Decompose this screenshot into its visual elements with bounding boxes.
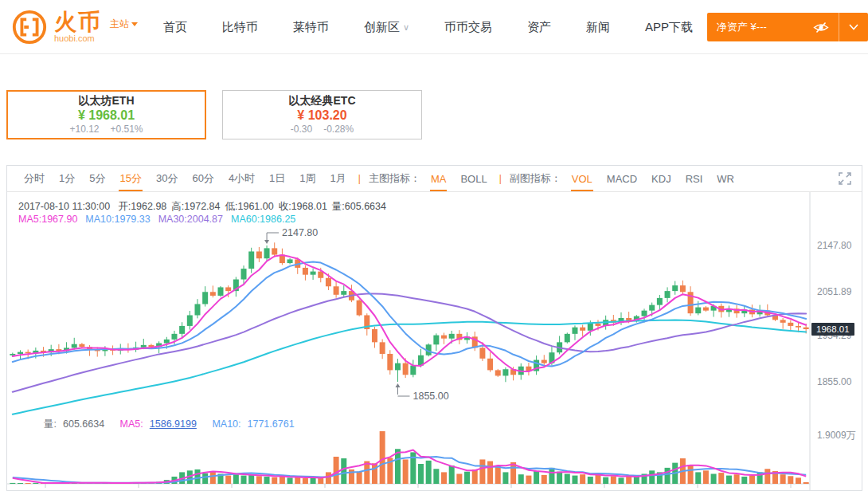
candle-body	[695, 308, 701, 314]
volume-value: 量:605.6634	[44, 418, 111, 430]
caret-down-icon	[131, 22, 138, 26]
net-asset-button[interactable]: 净资产 ¥---	[707, 13, 868, 41]
candle-body	[187, 315, 193, 325]
volume-bar	[726, 476, 732, 484]
nav-item-新闻[interactable]: 新闻	[586, 20, 610, 35]
candle-datetime: 2017-08-10 11:30:00	[18, 201, 110, 212]
volume-bar	[272, 477, 277, 484]
ticker-title: 以太经典ETC	[289, 94, 356, 108]
timeframe-30分[interactable]: 30分	[149, 166, 185, 191]
volume-bar	[557, 472, 562, 484]
timeframe-5分[interactable]: 5分	[82, 166, 112, 191]
timeframe-1周[interactable]: 1周	[292, 166, 323, 191]
volume-bar	[464, 472, 470, 484]
candle-body	[642, 311, 647, 316]
brand-domain: huobi.com	[54, 33, 102, 44]
candle-body	[649, 305, 655, 311]
timeframe-1分[interactable]: 1分	[52, 166, 82, 191]
candlestick-chart[interactable]: 2147.801855.00	[7, 192, 862, 490]
timeframe-分时[interactable]: 分时	[17, 166, 52, 191]
sub-indicator-VOL[interactable]: VOL	[565, 166, 600, 191]
annotation-high-label: 2147.80	[282, 227, 318, 238]
sub-indicator-KDJ[interactable]: KDJ	[644, 166, 678, 191]
ticker-card-eth[interactable]: 以太坊ETH ¥ 1968.01 +10.12 +0.51%	[6, 90, 206, 139]
volume-bar	[441, 472, 447, 484]
timeframe-60分[interactable]: 60分	[185, 166, 221, 191]
volume-bar	[287, 477, 293, 484]
ohlc-field: 收:1968.01	[279, 201, 327, 212]
annotation-arrow-head	[264, 240, 269, 244]
volume-ma5: MA5:1586.9199	[120, 418, 203, 430]
nav-item-创新区[interactable]: 创新区∨	[364, 20, 409, 35]
candle-body	[588, 324, 593, 331]
nav-item-比特币[interactable]: 比特币	[222, 20, 258, 35]
main-indicator-MA[interactable]: MA	[424, 166, 454, 191]
timeframe-15分[interactable]: 15分	[112, 166, 148, 191]
ticker-price: ¥ 1968.01	[78, 108, 135, 124]
fullscreen-button[interactable]	[838, 171, 852, 188]
volume-bar	[334, 457, 339, 484]
price-axis: 2147.802051.891954.291855.001.9009万1968.…	[810, 192, 862, 490]
last-price-tag: 1968.01	[811, 323, 854, 336]
ma-line-5	[13, 255, 806, 371]
nav-item-资产[interactable]: 资产	[527, 20, 551, 35]
annotation-low-label: 1855.00	[412, 391, 448, 402]
candle-body	[311, 272, 316, 275]
candle-body	[703, 308, 709, 311]
sub-indicator-label: 副图指标：	[506, 166, 565, 191]
volume-ma10: MA10:1771.6761	[212, 418, 300, 430]
ticker-card-etc[interactable]: 以太经典ETC ¥ 103.20 -0.30 -0.28%	[222, 90, 422, 139]
nav-item-APP下载[interactable]: APP下载	[645, 20, 693, 35]
volume-bar	[803, 482, 809, 484]
site-switch-label: 主站	[110, 18, 129, 31]
candle-body	[580, 328, 585, 331]
candle-body	[410, 366, 416, 375]
toolbar-divider: |	[495, 166, 506, 191]
site-switcher[interactable]: 主站	[110, 18, 138, 31]
candle-body	[595, 324, 600, 326]
timeframe-1日[interactable]: 1日	[262, 166, 292, 191]
price-axis-label: 2051.89	[817, 286, 851, 297]
timeframe-1月[interactable]: 1月	[323, 166, 354, 191]
nav-item-币币交易[interactable]: 币币交易	[444, 20, 492, 35]
candle-body	[433, 336, 439, 345]
chart-body[interactable]: 2147.801855.00 2017-08-10 11:30:00开:1962…	[7, 192, 862, 490]
sub-indicator-MACD[interactable]: MACD	[600, 166, 644, 191]
nav-item-首页[interactable]: 首页	[163, 20, 187, 35]
candle-body	[380, 342, 385, 354]
net-asset-main[interactable]: 净资产 ¥---	[707, 13, 839, 41]
volume-bar	[380, 431, 385, 484]
volume-bar	[695, 472, 701, 484]
candle-body	[502, 369, 508, 375]
nav-item-莱特币[interactable]: 莱特币	[293, 20, 329, 35]
candle-body	[264, 248, 270, 258]
volume-bar	[542, 475, 547, 484]
ticker-price: ¥ 103.20	[297, 108, 346, 124]
volume-bar	[10, 483, 15, 484]
volume-bar	[734, 474, 740, 484]
volume-bar	[248, 475, 254, 484]
main-indicator-BOLL[interactable]: BOLL	[453, 166, 494, 191]
candle-body	[780, 320, 786, 323]
eye-hidden-icon[interactable]	[813, 22, 829, 33]
volume-bar	[572, 476, 577, 484]
volume-bar	[611, 476, 616, 484]
price-axis-label: 1855.00	[817, 376, 851, 387]
ma-value: MA30:2004.87	[158, 214, 223, 225]
volume-bar	[326, 472, 331, 484]
volume-bar	[703, 470, 709, 484]
candle-body	[334, 286, 339, 295]
volume-bar	[433, 469, 439, 484]
ohlc-field: 低:1961.00	[225, 201, 274, 212]
sub-indicator-RSI[interactable]: RSI	[678, 166, 710, 191]
candle-body	[372, 329, 377, 342]
volume-bar	[418, 464, 424, 484]
sub-indicator-WR[interactable]: WR	[710, 166, 741, 191]
net-asset-dropdown[interactable]	[839, 13, 868, 41]
candle-body	[225, 287, 231, 291]
volume-bar	[472, 469, 478, 484]
chart-toolbar: 分时1分5分15分30分60分4小时1日1周1月|主图指标：MABOLL|副图指…	[7, 166, 862, 192]
huobi-logo[interactable]: 火币 huobi.com 主站	[11, 9, 138, 45]
timeframe-4小时[interactable]: 4小时	[221, 166, 262, 191]
candle-body	[665, 291, 671, 298]
